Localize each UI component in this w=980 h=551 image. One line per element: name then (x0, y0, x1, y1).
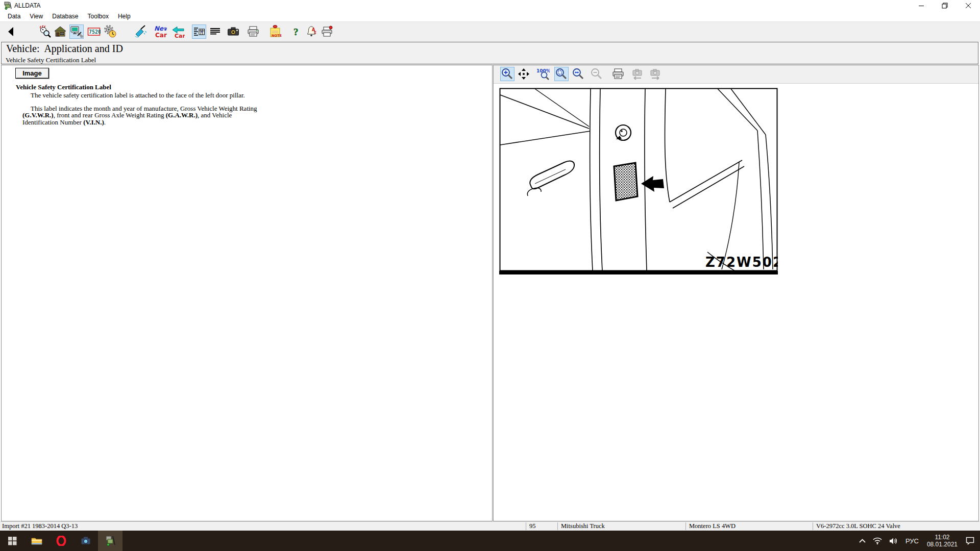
image-view-icon[interactable] (226, 24, 240, 39)
status-bar: Import #21 1983-2014 Q3-13 95 Mitsubishi… (0, 521, 980, 531)
article-section-title: Vehicle Safety Certification Label (16, 84, 308, 91)
article-panel: Image Vehicle Safety Certification Label… (1, 65, 493, 521)
maintenance-brush-icon[interactable] (134, 24, 148, 39)
door-pillar-diagram: Z72W502 (499, 88, 778, 276)
chime-icon[interactable]: A 2 (304, 24, 318, 39)
zoom-fit-width-icon[interactable] (571, 67, 585, 81)
menu-view[interactable]: View (25, 12, 47, 21)
page-subtitle: Vehicle Safety Certification Label (6, 56, 96, 64)
status-import-info: Import #21 1983-2014 Q3-13 (2, 522, 78, 531)
print-icon[interactable] (246, 24, 260, 39)
print-preview-icon[interactable] (320, 24, 334, 39)
shop-home-icon[interactable] (53, 24, 67, 39)
page-heading-panel: Vehicle: Application and ID Vehicle Safe… (1, 42, 978, 64)
article-paragraph-2: This label indicates the month and year … (22, 105, 263, 126)
text-view-icon[interactable] (208, 24, 223, 39)
back-button[interactable] (4, 24, 18, 39)
code-7520-icon[interactable]: 7520 (87, 24, 101, 39)
menu-toolbox[interactable]: Toolbox (83, 12, 113, 21)
minimize-button[interactable] (910, 0, 933, 11)
restore-button[interactable] (933, 0, 957, 11)
image-tab-button[interactable]: Image (15, 68, 49, 79)
menu-database[interactable]: Database (47, 12, 83, 21)
action-center-icon[interactable] (962, 531, 978, 551)
article-summary-icon[interactable] (192, 24, 206, 39)
image-toolbar: 100% (494, 65, 978, 84)
status-make: Mitsubishi Truck (561, 522, 605, 531)
zoom-region-icon[interactable] (554, 67, 569, 81)
next-image-icon[interactable] (648, 67, 663, 81)
svg-text:Car: Car (155, 32, 167, 38)
diagnostics-icon[interactable] (69, 24, 84, 39)
clock-time: 11:02 (927, 534, 958, 541)
image-viewer-panel: 100% (493, 65, 979, 521)
zoom-out-icon[interactable] (590, 67, 604, 81)
status-model: Montero LS 4WD (689, 522, 736, 531)
vehicle-search-icon[interactable] (38, 24, 52, 39)
previous-car-icon[interactable]: Car (171, 24, 185, 39)
print-image-icon[interactable] (611, 67, 625, 81)
svg-text:New: New (154, 25, 167, 32)
status-engine: V6-2972cc 3.0L SOHC 24 Valve (816, 522, 900, 531)
windows-taskbar: РУС 11:02 08.01.2021 (0, 531, 980, 551)
clock-date: 08.01.2021 (927, 541, 958, 548)
svg-text:Car: Car (175, 33, 185, 38)
alldata-app-icon (4, 2, 12, 12)
start-button[interactable] (0, 531, 24, 551)
zoom-100-icon[interactable]: 100% (536, 67, 550, 81)
clock[interactable]: 11:02 08.01.2021 (922, 531, 962, 551)
previous-image-icon[interactable] (630, 67, 645, 81)
article-body: Vehicle Safety Certification Label The v… (2, 84, 308, 126)
wifi-icon[interactable] (869, 531, 886, 551)
menu-help[interactable]: Help (113, 12, 135, 21)
svg-text:7520: 7520 (89, 29, 101, 35)
labor-time-icon[interactable] (103, 24, 117, 39)
menu-data[interactable]: Data (3, 12, 25, 21)
zoom-in-icon[interactable] (500, 67, 514, 81)
help-icon[interactable]: ? (289, 24, 303, 39)
figure-code: Z72W502 (705, 255, 778, 270)
tray-hidden-icons-chevron[interactable] (855, 531, 869, 551)
camera-app-icon[interactable] (74, 531, 98, 551)
title-bar: ALLDATA (0, 0, 980, 11)
svg-text:2: 2 (314, 31, 316, 35)
close-button[interactable] (957, 0, 980, 11)
new-car-icon[interactable]: New Car (153, 24, 167, 39)
alldata-taskbar-button[interactable] (98, 531, 122, 551)
pan-icon[interactable] (517, 67, 531, 81)
main-toolbar: 7520 New Car (0, 21, 980, 42)
svg-text:NOTE: NOTE (272, 34, 282, 38)
file-explorer-icon[interactable] (24, 531, 49, 551)
page-title: Vehicle: Application and ID (6, 43, 123, 55)
volume-icon[interactable] (886, 531, 902, 551)
article-paragraph-1: The vehicle safety certification label i… (22, 92, 267, 99)
window-title: ALLDATA (14, 2, 41, 9)
opera-browser-icon[interactable] (49, 531, 74, 551)
alldata-window: ALLDATA Data View Database Toolbox Help (0, 0, 980, 551)
language-indicator[interactable]: РУС (902, 531, 922, 551)
note-pin-icon[interactable]: NOTE (268, 24, 282, 39)
status-page: 95 (529, 522, 536, 531)
menu-bar: Data View Database Toolbox Help (0, 11, 980, 21)
svg-text:?: ? (293, 27, 299, 37)
